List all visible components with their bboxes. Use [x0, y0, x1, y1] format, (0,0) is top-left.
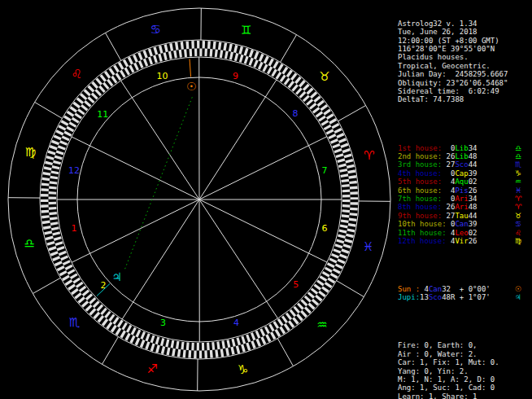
spacer: [398, 319, 530, 325]
house-label: 3rd house:: [398, 160, 447, 169]
stats-line-2: Air : 0, Water: 2.: [398, 350, 530, 358]
house-label: 1st house:: [398, 144, 447, 152]
sign-glyph-cancer-icon: ♋: [150, 22, 161, 37]
planet-glyph-sun-icon: ☉: [186, 80, 197, 93]
house-cusp-line-3: [122, 200, 199, 319]
planet-row-jupiter: Jupi:13Sco48R + 1°07'♃: [398, 293, 530, 301]
house-cusp-sign-icon: ♎: [515, 152, 521, 160]
sign-glyph-aquarius-icon: ♒: [316, 318, 327, 332]
house-cusp-minutes: 48: [469, 203, 477, 211]
house-cusp-line-9: [199, 80, 277, 200]
house-row-9: 9th house:27Tau44♉: [398, 212, 530, 220]
house-cusp-sign-icon: ♎: [515, 144, 521, 152]
house-label: 8th house:: [398, 203, 447, 211]
planet-degrees: 4: [420, 285, 429, 293]
house-number-1: 1: [72, 223, 77, 234]
house-row-3: 3rd house:27Sco44♏: [398, 160, 530, 169]
house-cusp-minutes: 02: [469, 178, 477, 186]
house-cusp-minutes: 34: [469, 144, 477, 152]
sign-glyph-leo-icon: ♌: [71, 67, 81, 81]
house-cusp-sign-icon: ♈: [515, 203, 521, 211]
house-number-11: 11: [97, 109, 108, 120]
house-cusp-degrees: 4: [447, 186, 456, 195]
house-cusp-minutes: 26: [469, 237, 477, 245]
house-row-6: 6th house:4Pis26♓: [398, 186, 530, 195]
house-cusp-degrees: 4: [447, 178, 456, 186]
aspect-line-sun-jupiter: [124, 97, 192, 270]
house-label: 9th house:: [398, 212, 447, 220]
house-cusp-degrees: 0: [447, 144, 456, 152]
planet-sign: Can: [429, 285, 442, 293]
house-cusp-sign: Can: [455, 220, 468, 228]
house-cusp-line-5: [199, 200, 278, 318]
stats-line-5: M: 1, N: 1, A: 2, D: 0: [398, 375, 530, 384]
house-cusp-minutes: 26: [469, 186, 477, 195]
house-number-9: 9: [233, 71, 238, 81]
house-number-12: 12: [68, 165, 80, 176]
house-cusp-degrees: 0: [447, 220, 456, 228]
house-row-11: 11th house:4Leo02♌: [398, 229, 530, 237]
sign-glyph-pisces-icon: ♓: [363, 239, 373, 254]
house-cusp-degrees: 27: [447, 160, 456, 169]
sign-boundary: [35, 102, 63, 118]
house-cusp-sign-icon: ♑: [515, 169, 521, 178]
house-cusp-sign-icon: ♌: [515, 229, 521, 237]
house-cusp-list: 1st house:0Lib34♎2nd house:26Lib48♎3rd h…: [398, 144, 530, 246]
planet-label: Sun :: [398, 285, 420, 293]
house-cusp-sign-icon: ♋: [515, 220, 521, 228]
header-line-4: 116°28'00"E 39°55'00"N: [398, 45, 530, 53]
house-cusp-sign: Vir: [455, 237, 468, 245]
house-label: 12th house:: [398, 237, 447, 245]
house-cusp-sign-icon: ♒: [515, 178, 521, 186]
house-label: 6th house:: [398, 186, 447, 195]
planet-label: Jupi:: [398, 293, 420, 301]
house-label: 10th house:: [398, 220, 447, 228]
planet-minutes: 32: [442, 285, 451, 293]
astrolog-window: ♈♉♊♋♌♍♎♏♐♑♒♓123456789101112☉♃ Astrolog32…: [0, 0, 532, 399]
chart-wheel: ♈♉♊♋♌♍♎♏♐♑♒♓123456789101112☉♃: [0, 0, 399, 399]
house-cusp-sign: Aqu: [455, 178, 468, 186]
house-cusp-sign: Lib: [455, 152, 468, 160]
house-number-5: 5: [293, 279, 299, 290]
house-cusp-sign-icon: ♈: [515, 195, 521, 203]
planet-latitude: + 0°00': [455, 285, 490, 293]
stats-line-1: Fire: 0, Earth: 0,: [398, 341, 530, 349]
sign-boundary: [106, 33, 121, 60]
house-cusp-sign-icon: ♍: [515, 237, 521, 245]
sign-glyph-sagittarius-icon: ♐: [146, 362, 157, 376]
house-row-8: 8th house:26Ari48♈: [398, 203, 530, 211]
house-number-3: 3: [160, 318, 166, 328]
house-cusp-sign: Lib: [455, 144, 468, 152]
house-cusp-line-8: [199, 137, 327, 200]
header-line-7: Julian Day: 2458295.6667: [398, 70, 530, 78]
sun-pointer: [190, 59, 191, 77]
house-cusp-degrees: 26: [447, 203, 456, 211]
chart-header-block: Astrolog32 v. 1.34Tue, June 26, 201812:0…: [398, 20, 530, 104]
sign-boundary: [281, 35, 297, 63]
info-panel: Astrolog32 v. 1.34Tue, June 26, 201812:0…: [398, 2, 530, 399]
house-cusp-degrees: 4: [447, 229, 456, 237]
stats-line-3: Car: 1, Fix: 1, Mut: 0.: [398, 358, 530, 366]
house-label: 2nd house:: [398, 152, 447, 160]
house-cusp-degrees: 0: [447, 169, 456, 178]
house-cusp-minutes: 39: [469, 220, 477, 228]
stats-line-4: Yang: 0, Yin: 2.: [398, 367, 530, 375]
house-cusp-line-2: [72, 200, 199, 262]
header-line-2: Tue, June 26, 2018: [398, 28, 530, 36]
house-cusp-line-11: [120, 81, 199, 200]
house-cusp-sign-icon: ♓: [515, 186, 521, 195]
house-cusp-minutes: 02: [469, 229, 477, 237]
house-cusp-sign-icon: ♏: [515, 160, 521, 169]
house-label: 4th house:: [398, 169, 447, 178]
house-cusp-minutes: 39: [469, 169, 477, 178]
house-number-8: 8: [292, 108, 298, 119]
house-row-4: 4th house:0Cap39♑: [398, 169, 530, 178]
house-cusp-minutes: 48: [469, 152, 477, 160]
planet-glyph-jupiter-icon: ♃: [111, 270, 122, 283]
sign-glyph-capricorn-icon: ♑: [238, 362, 248, 377]
house-cusp-degrees: 27: [447, 212, 456, 220]
stats-line-6: Ang: 1, Suc: 1, Cad: 0: [398, 384, 530, 392]
header-line-1: Astrolog32 v. 1.34: [398, 20, 530, 28]
sign-glyph-libra-icon: ♎: [24, 236, 35, 251]
house-cusp-sign: Ari: [455, 203, 468, 211]
